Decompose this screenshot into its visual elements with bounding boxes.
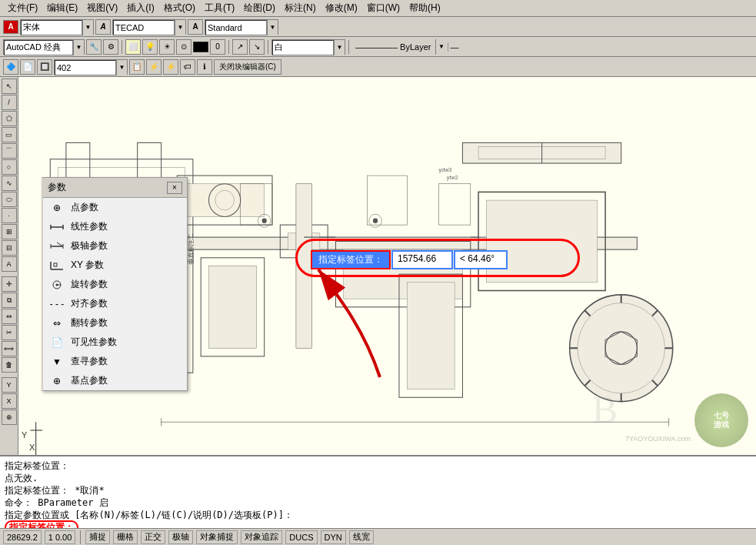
lt-circle[interactable]: ○ xyxy=(2,159,17,175)
style-combo-wrap[interactable]: TECAD ▼ xyxy=(112,19,186,35)
param-polar[interactable]: 极轴参数 xyxy=(43,236,187,256)
command-area[interactable]: 指定标签位置： 点无效. 指定标签位置： *取消* 命令： BParameter… xyxy=(0,455,756,528)
lt-region[interactable]: ⊟ xyxy=(2,240,17,256)
status-dyn[interactable]: DYN xyxy=(321,530,346,544)
menu-draw[interactable]: 绘图(D) xyxy=(239,0,280,16)
standard-combo-wrap[interactable]: Standard ▼ xyxy=(205,19,278,35)
param-rotation[interactable]: 旋转参数 xyxy=(43,275,187,294)
svg-point-44 xyxy=(262,219,267,223)
lt-ellipse[interactable]: ⬭ xyxy=(2,192,17,207)
lt-arc[interactable]: ⌒ xyxy=(2,143,17,159)
param-flip[interactable]: ⇔ 翻转参数 xyxy=(43,313,187,333)
standard-combo[interactable]: Standard xyxy=(205,20,267,35)
menu-edit[interactable]: 编辑(E) xyxy=(42,0,82,16)
param-visibility[interactable]: 📄 可见性参数 xyxy=(43,333,187,352)
style-combo-arrow[interactable]: ▼ xyxy=(175,20,185,35)
lt-yscale[interactable]: Y xyxy=(2,377,17,393)
lt-point[interactable]: · xyxy=(2,208,17,223)
coord-angle-input[interactable]: < 64.46° xyxy=(454,250,508,269)
lt-mirror[interactable]: ⇔ xyxy=(2,309,17,324)
tool-circle[interactable]: ⊙ xyxy=(176,39,191,55)
menu-dimension[interactable]: 标注(N) xyxy=(280,0,321,16)
standard-combo-arrow[interactable]: ▼ xyxy=(267,20,278,35)
tool-black[interactable] xyxy=(193,42,208,52)
color-combo[interactable]: 白 xyxy=(272,40,334,55)
lt-rect[interactable]: ▭ xyxy=(2,127,17,142)
lt-copy[interactable]: ⧉ xyxy=(2,293,17,308)
block-icon3[interactable]: 🔲 xyxy=(37,59,52,75)
status-ortho[interactable]: 正交 xyxy=(141,530,165,544)
bylayer-arrow[interactable]: ▼ xyxy=(435,39,446,55)
param-align[interactable]: - - - 对齐参数 xyxy=(43,294,187,313)
tool-arrow2[interactable]: ↘ xyxy=(249,39,265,55)
font-combo-wrap[interactable]: 宋体 ▼ xyxy=(20,19,94,35)
tool-icon1[interactable]: 🔧 xyxy=(86,39,102,55)
status-snap[interactable]: 捕捉 xyxy=(85,530,110,544)
lt-move[interactable]: ✛ xyxy=(2,276,17,292)
tool-bulb[interactable]: 💡 xyxy=(142,39,158,55)
block-btn3[interactable]: ⚡ xyxy=(163,59,178,75)
lt-zoom[interactable]: ⊕ xyxy=(2,410,17,425)
close-block-editor-button[interactable]: 关闭块编辑器(C) xyxy=(214,59,281,75)
param-linear[interactable]: 线性参数 xyxy=(43,217,187,236)
status-polar[interactable]: 极轴 xyxy=(168,530,193,544)
style-combo[interactable]: TECAD xyxy=(113,20,175,35)
workspace-combo-wrap[interactable]: AutoCAD 经典 ▼ xyxy=(3,39,85,55)
param-basepoint[interactable]: ⊕ 基点参数 xyxy=(43,371,187,390)
block-btn5[interactable]: ℹ xyxy=(197,59,212,75)
menu-modify[interactable]: 修改(M) xyxy=(321,0,362,16)
block-icon[interactable]: 🔷 xyxy=(3,59,18,75)
menu-window[interactable]: 窗口(W) xyxy=(362,0,405,16)
menu-format[interactable]: 格式(O) xyxy=(159,0,200,16)
tool-sun[interactable]: ☀ xyxy=(159,39,175,55)
color-arrow[interactable]: ▼ xyxy=(334,40,345,55)
block-btn2[interactable]: ⚡ xyxy=(146,59,162,75)
lt-xscale[interactable]: X xyxy=(2,393,17,409)
lt-trim[interactable]: ✂ xyxy=(2,325,17,340)
block-name-wrap[interactable]: 402 ▼ xyxy=(54,59,128,75)
block-name-input[interactable]: 402 xyxy=(55,60,116,75)
status-otrack[interactable]: 对象追踪 xyxy=(241,530,282,544)
lt-hatch[interactable]: ⊞ xyxy=(2,224,17,239)
lt-spline[interactable]: ∿ xyxy=(2,176,17,191)
menu-help[interactable]: 帮助(H) xyxy=(405,0,445,16)
status-linewidth[interactable]: 线宽 xyxy=(349,530,374,544)
param-lookup[interactable]: ▼ 查寻参数 xyxy=(43,352,187,371)
block-btn1[interactable]: 📋 xyxy=(129,59,145,75)
canvas-area[interactable]: 垂直标注 垂直标注二 ydw3 ytw2 参数 xyxy=(18,77,756,455)
left-toolbar: ↖ / ⬠ ▭ ⌒ ○ ∿ ⬭ · ⊞ ⊟ A ✛ ⧉ ⇔ ✂ ⟺ 🗑 区块 Y… xyxy=(0,77,18,455)
lt-polygon[interactable]: ⬠ xyxy=(2,111,17,126)
menu-view[interactable]: 视图(V) xyxy=(82,0,122,16)
font-combo[interactable]: 宋体 xyxy=(21,20,82,35)
cmd-line-3: 指定标签位置： *取消* xyxy=(5,484,751,497)
param-close-button[interactable]: × xyxy=(167,182,182,194)
tool-layers[interactable]: ⬜ xyxy=(125,39,141,55)
block-icon2[interactable]: 📄 xyxy=(20,59,35,75)
status-grid[interactable]: 栅格 xyxy=(113,530,138,544)
status-ducs[interactable]: DUCS xyxy=(285,530,317,544)
workspace-arrow[interactable]: ▼ xyxy=(73,40,84,55)
svg-text:ydw3: ydw3 xyxy=(439,166,452,173)
menu-tools[interactable]: 工具(T) xyxy=(200,0,239,16)
block-btn4[interactable]: 🏷 xyxy=(180,59,195,75)
coord-value-input[interactable]: 15754.66 xyxy=(391,250,453,269)
lt-extend[interactable]: ⟺ xyxy=(2,341,17,356)
color-combo-wrap[interactable]: 白 ▼ xyxy=(271,39,345,55)
menu-file[interactable]: 文件(F) xyxy=(3,0,42,16)
font-combo-arrow[interactable]: ▼ xyxy=(82,20,93,35)
tool-arrow1[interactable]: ↗ xyxy=(232,39,248,55)
workspace-combo[interactable]: AutoCAD 经典 xyxy=(4,40,73,55)
lt-text[interactable]: A xyxy=(2,256,17,272)
block-name-arrow[interactable]: ▼ xyxy=(116,60,127,75)
svg-text:垂直标注二: 垂直标注二 xyxy=(187,234,195,266)
tool-num0[interactable]: 0 xyxy=(210,39,225,55)
param-xy[interactable]: XY 参数 xyxy=(43,256,187,275)
param-point[interactable]: ⊕ 点参数 xyxy=(43,198,187,217)
lt-erase[interactable]: 🗑 xyxy=(2,357,17,373)
svg-rect-11 xyxy=(208,266,256,349)
status-osnap[interactable]: 对象捕捉 xyxy=(196,530,238,544)
menu-insert[interactable]: 插入(I) xyxy=(122,0,158,16)
lt-line[interactable]: / xyxy=(2,95,17,110)
lt-cursor[interactable]: ↖ xyxy=(2,79,17,94)
tool-icon2[interactable]: ⚙ xyxy=(103,39,118,55)
